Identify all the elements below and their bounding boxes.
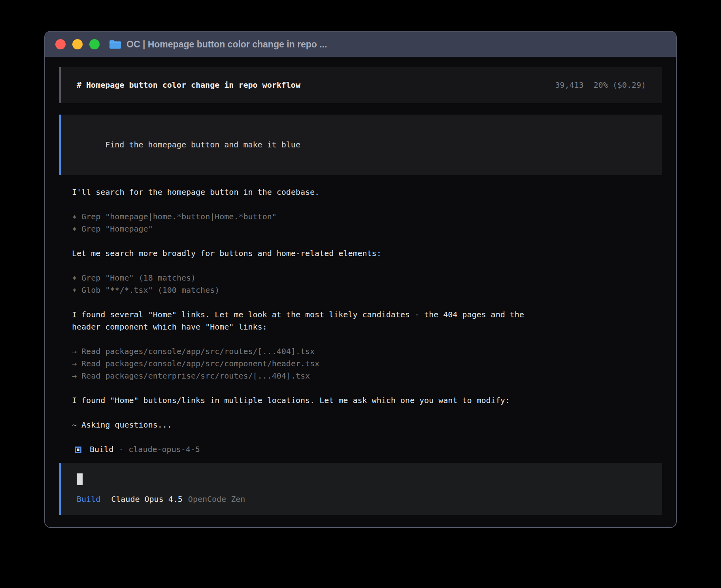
transcript-line: ∗ Grep "homepage|home.*button|Home.*butt… [72,211,662,223]
terminal-content: # Homepage button color change in repo w… [45,57,676,528]
build-agent-icon [75,447,81,453]
transcript-line: ∗ Grep "Homepage" [72,223,662,235]
shortcut-key: ctrl+p [588,525,616,528]
terminal-window: OC | Homepage button color change in rep… [44,31,677,528]
transcript-line: ~ Asking questions... [72,419,662,431]
input-model-label: Claude Opus 4.5 [111,493,183,505]
text-cursor [77,473,83,485]
interrupt-hint: interrupt [146,525,189,528]
transcript-line: I found several "Home" links. Let me loo… [72,309,662,321]
prompt-input[interactable]: Build Claude Opus 4.5 OpenCode Zen [59,463,662,515]
shortcut-key: tab [525,525,539,528]
transcript-line: header component which have "Home" links… [72,321,662,333]
shortcut-hint: ctrl+tvariants [437,525,509,528]
window-title: OC | Homepage button color change in rep… [126,39,327,50]
session-header: # Homepage button color change in repo w… [59,67,662,103]
transcript-line: → Read packages/console/app/src/componen… [72,358,662,370]
shortcut-action: agents [544,525,572,528]
window-titlebar[interactable]: OC | Homepage button color change in rep… [45,32,676,57]
close-button[interactable] [55,39,66,49]
esc-key-hint: esc [127,525,142,528]
agent-model: claude-opus-4-5 [128,443,200,456]
input-agent-label: Build [77,493,100,505]
shortcut-action: commands [621,525,659,528]
traffic-lights [55,39,100,49]
transcript-line [72,235,662,247]
session-title: # Homepage button color change in repo w… [77,79,300,91]
zoom-button[interactable] [89,39,100,49]
session-cost: ($0.29) [613,79,646,91]
context-percent: 20% [594,79,608,91]
transcript-line: → Read packages/enterprise/src/routes/[.… [72,370,662,382]
assistant-transcript: I'll search for the homepage button in t… [72,186,662,443]
transcript-line [72,382,662,394]
transcript-line: I found "Home" buttons/links in multiple… [72,394,662,407]
session-stats: 39,413 20% ($0.29) [555,79,646,91]
folder-icon [109,40,121,49]
transcript-line [72,333,662,345]
agent-separator: · [119,443,123,456]
transcript-line: ∗ Grep "Home" (18 matches) [72,272,662,284]
shortcut-hint: tabagents [525,525,572,528]
statusbar-left: esc interrupt [60,525,189,528]
input-line[interactable] [77,473,646,485]
transcript-line [72,431,662,443]
token-count: 39,413 [555,79,583,91]
agent-status-line: Build · claude-opus-4-5 [75,443,662,456]
input-provider-label: OpenCode Zen [188,493,245,505]
transcript-line: → Read packages/console/app/src/routes/[… [72,345,662,358]
transcript-line [72,296,662,309]
transcript-line: ∗ Glob "**/*.tsx" (100 matches) [72,284,662,296]
transcript-line [72,260,662,272]
transcript-line: Let me search more broadly for buttons a… [72,247,662,260]
user-message: Find the homepage button and make it blu… [59,115,662,175]
transcript-line: I'll search for the homepage button in t… [72,186,662,198]
shortcut-action: variants [471,525,509,528]
shortcut-key: ctrl+t [437,525,466,528]
minimize-button[interactable] [72,39,83,49]
user-message-text: Find the homepage button and make it blu… [105,140,300,149]
status-bar: esc interrupt ctrl+tvariantstabagentsctr… [59,515,662,528]
transcript-line [72,407,662,419]
shortcut-hint: ctrl+pcommands [588,525,659,528]
transcript-line [72,198,662,211]
statusbar-shortcuts: ctrl+tvariantstabagentsctrl+pcommands [437,525,661,528]
agent-name: Build [90,443,113,456]
input-footer: Build Claude Opus 4.5 OpenCode Zen [77,493,646,505]
